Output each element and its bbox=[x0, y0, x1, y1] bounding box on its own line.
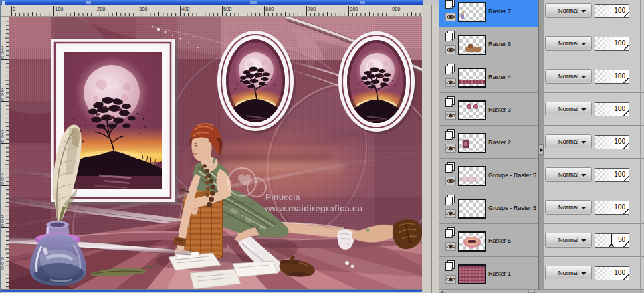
svg-text:600: 600 bbox=[265, 6, 274, 12]
svg-text:4: 4 bbox=[1, 172, 4, 177]
svg-text:3: 3 bbox=[1, 130, 4, 134]
svg-text:0: 0 bbox=[1, 181, 4, 186]
svg-text:500: 500 bbox=[223, 6, 232, 12]
svg-text:5: 5 bbox=[1, 214, 4, 219]
svg-text:0: 0 bbox=[13, 6, 15, 12]
svg-text:www.maidiregrafica.eu: www.maidiregrafica.eu bbox=[264, 203, 363, 213]
svg-text:100: 100 bbox=[55, 6, 64, 12]
svg-text:0: 0 bbox=[1, 266, 4, 270]
svg-text:700: 700 bbox=[308, 6, 316, 12]
svg-text:0: 0 bbox=[1, 97, 4, 102]
svg-text:0: 0 bbox=[1, 139, 4, 144]
svg-text:Pinuccia: Pinuccia bbox=[265, 193, 300, 202]
svg-text:2: 2 bbox=[1, 88, 4, 92]
svg-text:0: 0 bbox=[1, 50, 4, 55]
svg-text:400: 400 bbox=[181, 6, 190, 12]
svg-text:0: 0 bbox=[1, 219, 4, 223]
svg-text:1: 1 bbox=[1, 45, 4, 50]
svg-text:0: 0 bbox=[1, 134, 4, 139]
svg-text:800: 800 bbox=[350, 6, 358, 12]
svg-text:200: 200 bbox=[97, 6, 106, 12]
svg-text:0: 0 bbox=[1, 55, 4, 60]
svg-text:6: 6 bbox=[1, 256, 4, 261]
svg-text:900: 900 bbox=[392, 6, 401, 12]
svg-text:0: 0 bbox=[1, 223, 4, 228]
svg-text:0: 0 bbox=[1, 261, 4, 266]
svg-text:0: 0 bbox=[1, 92, 4, 97]
svg-text:300: 300 bbox=[139, 6, 148, 12]
svg-text:0: 0 bbox=[1, 177, 4, 181]
